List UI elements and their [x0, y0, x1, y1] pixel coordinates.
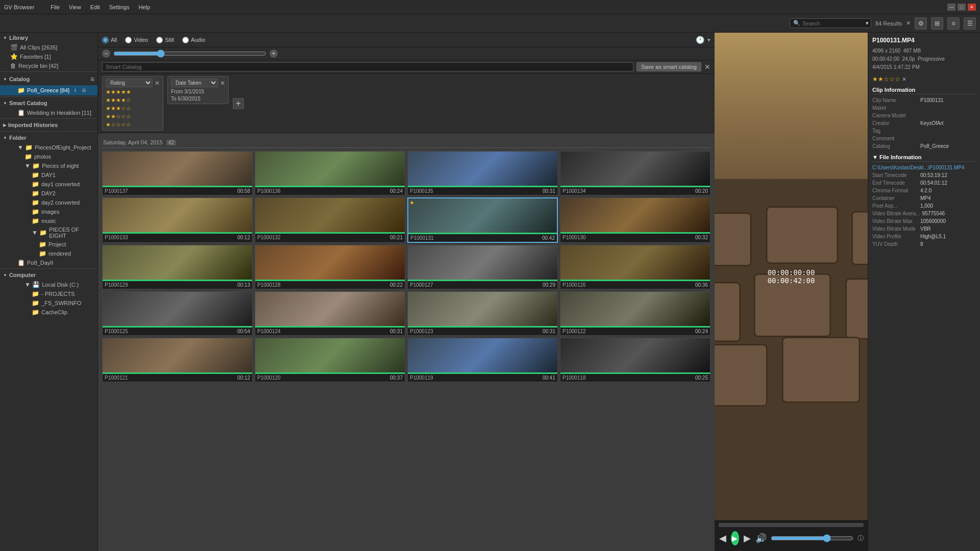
stars-4[interactable]: ★★★★☆	[106, 97, 160, 104]
stars-5[interactable]: ★★★★★	[106, 89, 160, 95]
filter-still[interactable]: Still	[156, 37, 174, 43]
menu-settings[interactable]: Settings	[107, 3, 132, 11]
sidebar-item-po8-dayii[interactable]: 📋 Po8_DayII	[0, 258, 97, 267]
thumbnail-item[interactable]: P100013300:12	[102, 197, 253, 243]
filter-dropdown-icon[interactable]: ▾	[707, 37, 710, 43]
stars-1[interactable]: ★☆☆☆☆	[106, 121, 160, 128]
filter-all-radio[interactable]	[102, 37, 109, 43]
sidebar-item-wedding[interactable]: 📋 Wedding in Heraklion [11]	[0, 108, 97, 117]
file-info-section-title[interactable]: ▼ File Information	[872, 154, 976, 162]
clear-results-button[interactable]: ✕	[906, 20, 911, 27]
thumbnail-item[interactable]: P100013500:31	[407, 151, 558, 195]
thumbnail-item[interactable]: P100012400:31	[255, 291, 405, 336]
thumbnail-item[interactable]: P100013400:20	[560, 151, 710, 195]
po8-more-icon[interactable]: ≡	[82, 86, 86, 94]
sidebar-item-photos[interactable]: 📁 photos	[0, 152, 97, 161]
sidebar-item-rendered[interactable]: 📁 rendered	[0, 249, 97, 258]
sidebar-item-all-clips[interactable]: 🎬 All Clips [2635]	[0, 43, 97, 52]
thumbnail-item[interactable]: P100012000:37	[255, 338, 405, 382]
thumbnail-item[interactable]: P100012200:24	[560, 291, 710, 336]
filter-audio-radio[interactable]	[182, 37, 189, 43]
sidebar-item-local-disk[interactable]: ▼ 💾 Local Disk (C:)	[0, 280, 97, 289]
smart-catalog-section-header[interactable]: ▼ Smart Catalog	[0, 98, 97, 108]
rating-pill-close[interactable]: ✕	[155, 80, 160, 87]
search-dropdown-icon[interactable]: ▾	[866, 20, 869, 27]
clock-icon[interactable]: 🕐	[696, 36, 704, 44]
add-filter-button[interactable]: +	[233, 98, 244, 109]
filter-video[interactable]: Video	[125, 37, 148, 43]
view-detail-button[interactable]: ☰	[964, 17, 976, 30]
menu-help[interactable]: Help	[136, 3, 152, 11]
prev-frame-button[interactable]: ◀	[719, 531, 727, 545]
rating-select[interactable]: Rating	[106, 79, 153, 87]
computer-header[interactable]: ▼ Computer	[0, 270, 97, 280]
view-grid-button[interactable]: ⊞	[931, 17, 943, 30]
thumbnail-item[interactable]: P100012600:36	[560, 245, 710, 289]
thumbnail-item[interactable]: P100012500:54	[102, 291, 253, 336]
maximize-button[interactable]: □	[958, 4, 966, 11]
sidebar-item-images[interactable]: 📁 images	[0, 207, 97, 216]
search-input[interactable]	[802, 20, 864, 27]
play-button[interactable]: ▶	[731, 531, 739, 545]
sidebar-item-poe-project[interactable]: ▼ 📁 PiecesOfEight_Project	[0, 143, 97, 152]
close-button[interactable]: ✕	[968, 4, 976, 11]
settings-icon-button[interactable]: ⚙	[915, 17, 927, 30]
thumbnail-item[interactable]: P100013600:24	[255, 151, 405, 195]
sidebar-item-pieces-of-eight-upper[interactable]: ▼ 📁 PIECES OF EIGHT	[0, 226, 97, 240]
catalog-add-icon[interactable]: ≡	[90, 75, 94, 83]
sidebar-item-projects[interactable]: 📁 - PROJECTS	[0, 289, 97, 298]
date-pill-close[interactable]: ✕	[220, 80, 225, 87]
filter-audio[interactable]: Audio	[182, 37, 205, 43]
catalog-header[interactable]: ▼ Catalog ≡	[0, 73, 97, 85]
thumbnail-item[interactable]: P100012100:12	[102, 338, 253, 382]
sidebar-item-day1[interactable]: 📁 DAY1	[0, 170, 97, 180]
thumbnail-item[interactable]: P100012800:22	[255, 245, 405, 289]
date-select[interactable]: Date Taken	[171, 79, 218, 87]
thumbnail-item[interactable]: P100011800:25	[560, 338, 710, 382]
info-button[interactable]: ⓘ	[857, 534, 864, 543]
sidebar-item-day2[interactable]: 📁 DAY2	[0, 189, 97, 198]
volume-button[interactable]: 🔊	[755, 531, 767, 545]
thumbnail-item[interactable]: P100012700:29	[407, 245, 558, 289]
clear-stars-button[interactable]: ✕	[902, 76, 906, 82]
thumbnail-item[interactable]: P100013000:32	[560, 197, 710, 243]
sidebar-item-recycle-bin[interactable]: 🗑 Recycle bin [42]	[0, 61, 97, 70]
zoom-slider[interactable]	[113, 49, 266, 58]
thumbnail-item[interactable]: ★P100013100:42	[407, 197, 558, 243]
sidebar-item-project[interactable]: 📁 Project	[0, 240, 97, 249]
thumbnail-item[interactable]: P100012300:31	[407, 291, 558, 336]
thumbnail-item[interactable]: P100011900:41	[407, 338, 558, 382]
next-frame-button[interactable]: ▶	[743, 531, 751, 545]
sidebar-item-day1-converted[interactable]: 📁 day1 converted	[0, 180, 97, 189]
zoom-in-button[interactable]: +	[270, 49, 278, 58]
zoom-out-button[interactable]: −	[102, 49, 110, 58]
menu-view[interactable]: View	[67, 3, 83, 11]
sidebar-item-music[interactable]: 📁 music	[0, 216, 97, 226]
search-box[interactable]: 🔍 ▾	[790, 18, 871, 28]
volume-slider[interactable]	[771, 534, 853, 542]
clear-catalog-button[interactable]: ✕	[704, 63, 710, 71]
filter-still-radio[interactable]	[156, 37, 163, 43]
po8-info-button[interactable]: i	[71, 87, 79, 94]
filter-all[interactable]: All	[102, 37, 117, 43]
clip-rating-stars[interactable]: ★★☆☆☆ ✕	[872, 76, 976, 83]
progress-bar[interactable]	[719, 523, 864, 527]
menu-file[interactable]: File	[48, 3, 62, 11]
sidebar-item-cache-clip[interactable]: 📁 CacheClip	[0, 308, 97, 317]
sidebar-item-pieces-of-eight[interactable]: ▼ 📁 Pieces of eight	[0, 161, 97, 170]
folder-header[interactable]: ▼ Folder	[0, 133, 97, 143]
imported-histories-header[interactable]: ▶ Imported Histories	[0, 120, 97, 130]
sidebar-item-day2-converted[interactable]: 📁 day2 converted	[0, 198, 97, 207]
library-header[interactable]: ▼ Library	[0, 33, 97, 43]
view-list-button[interactable]: ≡	[947, 17, 960, 30]
sidebar-item-po8-greece[interactable]: 📁 Po8_Greece [84] i ≡	[0, 85, 97, 95]
menu-edit[interactable]: Edit	[88, 3, 102, 11]
filter-video-radio[interactable]	[125, 37, 132, 43]
smart-catalog-input[interactable]	[102, 62, 633, 71]
stars-3[interactable]: ★★★☆☆	[106, 105, 160, 112]
sidebar-item-favorites[interactable]: ⭐ Favorites [1]	[0, 52, 97, 61]
thumbnail-item[interactable]: P100013200:21	[255, 197, 405, 243]
thumbnail-item[interactable]: P100012900:13	[102, 245, 253, 289]
sidebar-item-fs-swrinfo[interactable]: 📁 _FS_SWRINFO	[0, 298, 97, 308]
thumbnail-item[interactable]: P100013700:58	[102, 151, 253, 195]
